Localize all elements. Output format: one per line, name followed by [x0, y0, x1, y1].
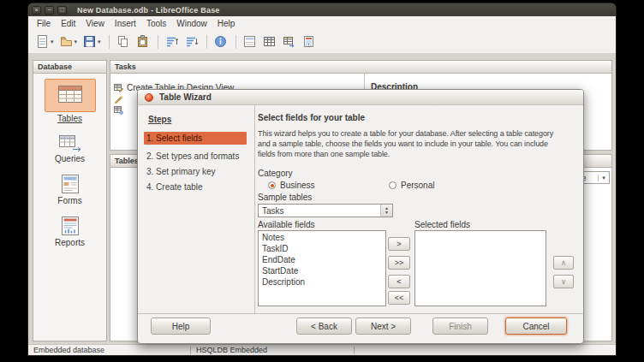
- database-sidebar: Database Tables Queries Forms: [33, 60, 107, 341]
- paste-icon: [135, 34, 150, 49]
- queries-icon: [58, 134, 82, 152]
- step-select-fields[interactable]: 1. Select fields: [144, 132, 247, 145]
- finish-button[interactable]: Finish: [432, 317, 488, 335]
- available-fields-label: Available fields: [258, 220, 315, 229]
- menu-tools[interactable]: Tools: [141, 18, 171, 29]
- remove-field-button[interactable]: <: [388, 275, 410, 288]
- sort-descending-icon: [184, 34, 199, 49]
- forms-icon: [60, 174, 80, 194]
- menu-view[interactable]: View: [80, 18, 110, 29]
- caret-down-icon: ▾: [75, 39, 78, 45]
- form-icon: [242, 34, 257, 49]
- titlebar: × − □ New Database.odb - LibreOffice Bas…: [28, 3, 616, 16]
- add-all-fields-button[interactable]: >>: [388, 256, 410, 270]
- caret-down-icon: ▾: [98, 39, 101, 45]
- dialog-heading: Select fields for your table: [258, 113, 365, 122]
- move-up-button[interactable]: ∧: [553, 256, 574, 270]
- sample-tables-dropdown[interactable]: Tasks ▴ ▾: [258, 204, 393, 217]
- category-label: Category: [258, 169, 293, 178]
- close-window-icon[interactable]: ×: [32, 6, 41, 15]
- window-title: New Database.odb - LibreOffice Base: [77, 6, 220, 15]
- tables-panel-header-label: Tables: [115, 157, 139, 165]
- reports-icon: [60, 216, 80, 236]
- business-radio-label: Business: [280, 181, 315, 190]
- selected-fields-label: Selected fields: [414, 220, 470, 229]
- dialog-description-line1: This wizard helps you to create a table …: [258, 129, 553, 138]
- step-set-types[interactable]: 2. Set types and formats: [144, 150, 247, 163]
- sidebar-item-tables-label: Tables: [57, 114, 82, 123]
- statusbar-database-type: Embedded database: [28, 345, 190, 355]
- maximize-window-icon[interactable]: □: [57, 6, 67, 15]
- sidebar-item-queries[interactable]: Queries: [33, 134, 106, 163]
- menu-file[interactable]: File: [32, 18, 56, 29]
- step-set-primary-key[interactable]: 3. Set primary key: [144, 165, 247, 178]
- statusbar-separator: [354, 347, 355, 354]
- steps-column: Steps 1. Select fields 2. Set types and …: [138, 104, 255, 313]
- dialog-description-line2: and a sample table, choose the fields yo…: [258, 139, 548, 148]
- info-icon: [213, 34, 228, 49]
- menu-insert[interactable]: Insert: [110, 18, 141, 29]
- remove-all-fields-button[interactable]: <<: [388, 291, 410, 305]
- toolbar-separator: [236, 35, 236, 49]
- available-field-startdate[interactable]: StartDate: [259, 265, 385, 276]
- spin-down-icon: ▾: [385, 211, 388, 215]
- step-create-table[interactable]: 4. Create table: [144, 181, 247, 193]
- sample-tables-value: Tasks: [259, 206, 380, 216]
- dialog-titlebar[interactable]: Table Wizard: [138, 90, 583, 105]
- tasks-header: Tasks: [110, 61, 611, 74]
- form-button[interactable]: [241, 32, 259, 51]
- next-button[interactable]: Next >: [355, 317, 411, 335]
- menu-edit[interactable]: Edit: [56, 18, 80, 29]
- statusbar-engine: HSQLDB Embedded: [191, 345, 354, 355]
- available-field-description[interactable]: Description: [259, 276, 385, 288]
- sidebar-item-queries-label: Queries: [55, 154, 85, 163]
- save-button[interactable]: ▾: [80, 32, 103, 51]
- save-icon: [82, 34, 97, 49]
- available-field-taskid[interactable]: TaskID: [259, 243, 385, 254]
- paste-button[interactable]: [134, 32, 152, 51]
- table-button[interactable]: [260, 32, 278, 51]
- personal-radio[interactable]: Personal: [389, 181, 434, 190]
- statusbar: Embedded database HSQLDB Embedded: [28, 344, 616, 355]
- business-radio[interactable]: Business: [268, 181, 315, 190]
- available-field-notes[interactable]: Notes: [259, 232, 385, 243]
- sample-tables-label: Sample tables: [258, 193, 312, 202]
- info-button[interactable]: [212, 32, 230, 51]
- menu-window[interactable]: Window: [171, 18, 212, 29]
- sort-descending-button[interactable]: [182, 32, 200, 51]
- sort-ascending-button[interactable]: [163, 32, 181, 51]
- toolbar-separator: [109, 35, 110, 49]
- cancel-button[interactable]: Cancel: [505, 317, 567, 335]
- dialog-title: Table Wizard: [159, 92, 212, 102]
- menu-help[interactable]: Help: [212, 18, 241, 29]
- dropdown-spin-button[interactable]: ▴ ▾: [380, 205, 392, 217]
- new-database-button[interactable]: ▾: [33, 32, 56, 51]
- back-button[interactable]: < Back: [296, 317, 352, 335]
- sidebar-item-reports[interactable]: Reports: [33, 216, 106, 247]
- selected-fields-list[interactable]: [414, 230, 546, 306]
- available-field-enddate[interactable]: EndDate: [259, 254, 385, 265]
- available-fields-list[interactable]: Notes TaskID EndDate StartDate Descripti…: [258, 230, 386, 306]
- query-button[interactable]: [280, 32, 298, 51]
- copy-icon: [116, 34, 130, 49]
- sidebar-header: Database: [33, 61, 106, 74]
- open-button[interactable]: ▾: [57, 32, 80, 51]
- design-view-icon: [114, 83, 123, 92]
- sidebar-item-forms[interactable]: Forms: [33, 174, 106, 205]
- dialog-footer-separator: [138, 313, 583, 314]
- help-button[interactable]: Help: [151, 317, 211, 335]
- report-button[interactable]: [300, 32, 318, 51]
- wizard-icon: [114, 94, 123, 104]
- tasks-header-label: Tasks: [115, 62, 136, 71]
- minimize-window-icon[interactable]: −: [45, 6, 54, 15]
- table-icon: [262, 34, 277, 49]
- move-down-button[interactable]: ∨: [553, 275, 574, 288]
- report-icon: [301, 34, 316, 49]
- view-icon: [114, 105, 123, 115]
- add-field-button[interactable]: >: [388, 237, 410, 251]
- toolbar: ▾ ▾ ▾: [28, 30, 616, 54]
- dialog-close-button[interactable]: [145, 93, 153, 102]
- sidebar-item-tables[interactable]: Tables: [33, 79, 106, 123]
- sidebar-header-label: Database: [38, 62, 72, 71]
- copy-button[interactable]: [114, 32, 132, 51]
